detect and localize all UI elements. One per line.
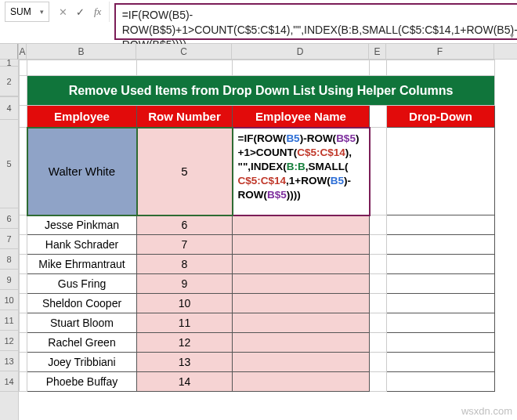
cell[interactable]: Gus Fring [27,274,137,294]
cell[interactable] [233,274,370,294]
grid: A B C D E F Remove Used Items from Drop … [19,44,517,420]
name-box-value: SUM [5,6,36,17]
cell-b5-selected[interactable]: Walter White [27,128,137,215]
row-header[interactable]: 13 [0,351,18,371]
formula-bar-buttons: ✕ ✓ fx [52,2,110,22]
cell[interactable] [387,235,495,255]
cell[interactable]: Stuart Bloom [27,313,137,333]
column-header[interactable]: C [136,44,232,59]
cell[interactable]: 13 [137,353,233,372]
cancel-icon[interactable]: ✕ [57,6,70,18]
column-header[interactable]: B [27,44,136,59]
cell[interactable] [233,372,370,392]
row-header-gutter: 1 2 3 4 5 6 7 8 9 10 11 12 13 14 [0,44,19,420]
row-header[interactable]: 2 [0,67,18,96]
formula-toolbar: SUM ▾ ✕ ✓ fx =IF(ROW(B5)-ROW(B$5)+1>COUN… [0,0,517,44]
cell[interactable] [387,215,495,235]
cell-d5-editing[interactable]: =IF(ROW(B5)-ROW(B$5) +1>COUNT(C$5:C$14),… [233,128,370,215]
cell[interactable]: 9 [137,274,233,294]
cell-c5[interactable]: 5 [137,128,233,215]
row-header[interactable]: 14 [0,371,18,392]
name-box[interactable]: SUM ▾ [5,2,49,22]
formula-bar-expand-icon[interactable]: ▾ [510,31,514,40]
cell[interactable] [387,294,495,313]
watermark: wsxdn.com [461,405,512,417]
cell[interactable]: 8 [137,255,233,274]
cell[interactable]: Phoebe Buffay [27,372,137,392]
cell[interactable] [233,255,370,274]
cell[interactable] [387,313,495,333]
fx-icon[interactable]: fx [92,5,104,18]
cell[interactable] [387,333,495,353]
header-drop-down[interactable]: Drop-Down [387,106,495,128]
cell[interactable] [387,274,495,294]
header-employee-name[interactable]: Employee Name [233,106,370,128]
cell[interactable]: Jesse Pinkman [27,215,137,235]
cell[interactable]: Hank Schrader [27,235,137,255]
cell[interactable]: 7 [137,235,233,255]
cell[interactable]: 12 [137,333,233,353]
cell[interactable] [233,313,370,333]
enter-icon[interactable]: ✓ [74,6,87,18]
select-all-corner[interactable] [0,44,18,60]
row-header[interactable]: 9 [0,270,18,290]
row-header[interactable]: 11 [0,310,18,331]
header-employee[interactable]: Employee [27,106,137,128]
column-header[interactable]: F [386,44,494,59]
cell[interactable] [233,235,370,255]
column-headers: A B C D E F [19,44,517,60]
cell[interactable] [233,215,370,235]
cell[interactable] [233,353,370,372]
cell[interactable]: Joey Tribbiani [27,353,137,372]
row-header[interactable]: 10 [0,290,18,310]
row-header[interactable]: 6 [0,208,18,229]
cell[interactable] [387,353,495,372]
column-header[interactable]: E [369,44,386,59]
row-header[interactable]: 5 [0,120,18,208]
column-header[interactable]: D [232,44,369,59]
cell[interactable] [233,294,370,313]
name-box-dropdown-icon[interactable]: ▾ [36,8,49,16]
cell[interactable]: 6 [137,215,233,235]
cell[interactable]: Rachel Green [27,333,137,353]
cell[interactable] [233,333,370,353]
cell[interactable]: 11 [137,313,233,333]
cell[interactable] [387,255,495,274]
header-row-number[interactable]: Row Number [137,106,233,128]
cell[interactable]: 10 [137,294,233,313]
row-header[interactable]: 4 [0,97,18,120]
cells: Remove Used Items from Drop Down List Us… [19,60,495,392]
sheet: 1 2 3 4 5 6 7 8 9 10 11 12 13 14 A B C D… [0,44,517,420]
row-header[interactable]: 12 [0,331,18,351]
row-header[interactable]: 1 [0,60,18,67]
cell[interactable]: Sheldon Cooper [27,294,137,313]
cell[interactable]: 14 [137,372,233,392]
row-header[interactable]: 7 [0,229,18,249]
cell[interactable] [387,372,495,392]
title-cell[interactable]: Remove Used Items from Drop Down List Us… [27,76,495,106]
column-header[interactable]: A [19,44,27,59]
row-header[interactable]: 8 [0,249,18,270]
cell[interactable]: Mike Ehrmantraut [27,255,137,274]
formula-bar[interactable]: =IF(ROW(B5)-ROW(B$5)+1>COUNT(C$5:C$14),"… [114,3,517,40]
cell-f5[interactable] [387,128,495,215]
